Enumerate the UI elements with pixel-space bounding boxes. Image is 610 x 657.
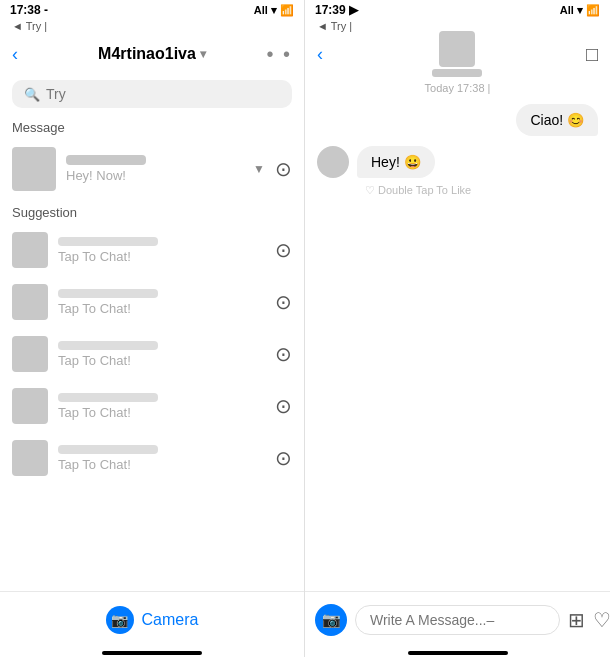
suggestion-text-1: Tap To Chat! xyxy=(58,249,265,264)
avatar xyxy=(12,440,48,476)
left-status-bar: 17:38 - All ▾ 📶 xyxy=(0,0,304,20)
suggestion-text-2: Tap To Chat! xyxy=(58,301,265,316)
chat-messages: Today 17:38 | Ciao! 😊 Hey! 😀 ♡ Double Ta… xyxy=(317,82,598,583)
camera-icon-message[interactable]: ⊙ xyxy=(275,157,292,181)
right-back-button[interactable]: ‹ xyxy=(317,44,323,65)
left-title[interactable]: M4rtinao1iva ▾ xyxy=(98,45,206,63)
gallery-icon[interactable]: ⊞ xyxy=(568,608,585,632)
suggestion-row-2[interactable]: Tap To Chat! ⊙ xyxy=(0,276,304,328)
chat-timestamp: Today 17:38 | xyxy=(317,82,598,94)
suggestion-text-3: Tap To Chat! xyxy=(58,353,265,368)
right-header: ‹ □ xyxy=(305,34,610,74)
right-header-center[interactable] xyxy=(329,31,586,77)
avatar xyxy=(12,232,48,268)
left-panel: 17:38 - All ▾ 📶 ◄ Try | ‹ M4rtinao1iva ▾… xyxy=(0,0,305,657)
contact-info: Tap To Chat! xyxy=(58,289,265,316)
contact-info: Hey! Now! xyxy=(66,155,243,183)
more-options-button[interactable]: • • xyxy=(266,43,292,66)
right-status-bar: 17:39 ▶ All ▾ 📶 xyxy=(305,0,610,20)
suggestion-text-4: Tap To Chat! xyxy=(58,405,265,420)
search-bar: 🔍 xyxy=(12,80,292,108)
avatar xyxy=(12,336,48,372)
message-section-label: Message xyxy=(0,114,304,139)
contact-name-bar xyxy=(58,341,158,350)
chat-area: Today 17:38 | Ciao! 😊 Hey! 😀 ♡ Double Ta… xyxy=(305,74,610,591)
contact-info: Tap To Chat! xyxy=(58,393,265,420)
contact-name-bar xyxy=(58,289,158,298)
heart-icon[interactable]: ♡ xyxy=(593,608,610,632)
avatar xyxy=(12,388,48,424)
contact-name-bar xyxy=(58,393,158,402)
camera-blue-button[interactable]: 📷 xyxy=(106,606,134,634)
camera-button-right[interactable]: 📷 xyxy=(315,604,347,636)
left-time: 17:38 - xyxy=(10,3,48,17)
message-contact-row[interactable]: Hey! Now! ▼ ⊙ xyxy=(0,139,304,199)
suggestion-row-5[interactable]: Tap To Chat! ⊙ xyxy=(0,432,304,484)
home-indicator xyxy=(102,651,202,655)
chat-bubble-right: Ciao! 😊 xyxy=(516,104,598,136)
left-status-icons: All ▾ 📶 xyxy=(254,4,294,17)
left-chat-avatar xyxy=(317,146,349,178)
suggestion-row-4[interactable]: Tap To Chat! ⊙ xyxy=(0,380,304,432)
right-time: 17:39 ▶ xyxy=(315,3,358,17)
contact-name-bar xyxy=(58,237,158,246)
camera-icon-right: 📷 xyxy=(322,611,341,629)
double-tap-hint: ♡ Double Tap To Like xyxy=(365,184,598,197)
camera-icon: 📷 xyxy=(111,612,128,628)
camera-icon-suggestion-4[interactable]: ⊙ xyxy=(275,394,292,418)
camera-icon-suggestion-5[interactable]: ⊙ xyxy=(275,446,292,470)
left-try-label: ◄ Try | xyxy=(0,20,304,34)
title-chevron-icon: ▾ xyxy=(200,47,206,61)
chat-bubble-left: Hey! 😀 xyxy=(317,146,598,178)
video-icon[interactable]: □ xyxy=(586,43,598,66)
suggestion-section-label: Suggestion xyxy=(0,199,304,224)
right-username-bar xyxy=(432,69,482,77)
dropdown-arrow-icon: ▼ xyxy=(253,162,265,176)
camera-icon-suggestion-1[interactable]: ⊙ xyxy=(275,238,292,262)
contact-info: Tap To Chat! xyxy=(58,445,265,472)
contact-sub-text: Hey! Now! xyxy=(66,168,243,183)
camera-icon-suggestion-2[interactable]: ⊙ xyxy=(275,290,292,314)
left-header: ‹ M4rtinao1iva ▾ • • xyxy=(0,34,304,74)
camera-label: Camera xyxy=(142,611,199,629)
suggestion-text-5: Tap To Chat! xyxy=(58,457,265,472)
search-icon: 🔍 xyxy=(24,87,40,102)
left-back-button[interactable]: ‹ xyxy=(12,44,18,65)
suggestion-row-3[interactable]: Tap To Chat! ⊙ xyxy=(0,328,304,380)
right-bottom-bar: 📷 ⊞ ♡ xyxy=(305,591,610,647)
avatar xyxy=(12,284,48,320)
camera-icon-suggestion-3[interactable]: ⊙ xyxy=(275,342,292,366)
right-panel: 17:39 ▶ All ▾ 📶 ◄ Try | ‹ □ Today 17:38 … xyxy=(305,0,610,657)
search-input[interactable] xyxy=(46,86,280,102)
left-bottom-bar: 📷 Camera xyxy=(0,591,304,647)
home-indicator-right xyxy=(408,651,508,655)
contact-name-bar xyxy=(66,155,146,165)
contact-name-bar xyxy=(58,445,158,454)
right-avatar xyxy=(439,31,475,67)
contact-info: Tap To Chat! xyxy=(58,341,265,368)
avatar xyxy=(12,147,56,191)
right-status-icons: All ▾ 📶 xyxy=(560,4,600,17)
right-header-icons: □ xyxy=(586,43,598,66)
contact-info: Tap To Chat! xyxy=(58,237,265,264)
suggestion-row-1[interactable]: Tap To Chat! ⊙ xyxy=(0,224,304,276)
message-input[interactable] xyxy=(355,605,560,635)
left-chat-content: Hey! 😀 xyxy=(357,146,435,178)
